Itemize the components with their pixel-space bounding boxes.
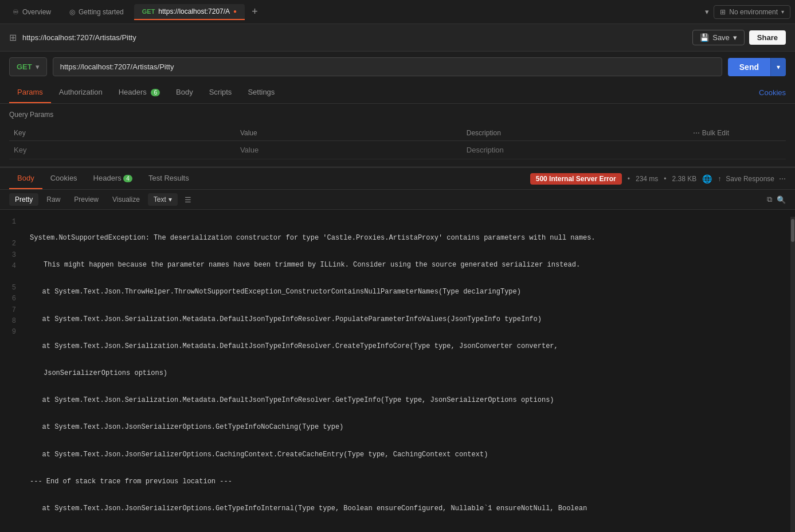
- response-time: 234 ms: [636, 175, 658, 183]
- query-params-title: Query Params: [9, 111, 786, 119]
- response-status-area: 500 Internal Server Error • 234 ms • 2.3…: [530, 173, 786, 185]
- method-dropdown[interactable]: GET ▾: [9, 57, 47, 76]
- tab-getting-started-label: Getting started: [79, 8, 124, 16]
- fmt-tab-preview[interactable]: Preview: [68, 193, 104, 206]
- resp-tab-body[interactable]: Body: [9, 168, 42, 189]
- overview-icon: ♾: [13, 8, 19, 16]
- save-button[interactable]: 💾 Save ▾: [692, 30, 745, 45]
- url-bar-left: ⊞ https://localhost:7207/Artistas/Pitty: [9, 32, 136, 43]
- format-type-label: Text: [154, 195, 166, 204]
- send-btn-group: Send ▾: [728, 58, 786, 76]
- key-input[interactable]: [14, 146, 231, 154]
- save-chevron-icon: ▾: [733, 33, 737, 42]
- description-input[interactable]: [467, 146, 684, 154]
- code-area: 1 2 3 4 5 6 7 8 9 System.NotSupportedExc…: [0, 210, 795, 532]
- response-dot-2: •: [664, 175, 666, 183]
- save-response-icon: ↑: [718, 175, 721, 183]
- add-tab-button[interactable]: +: [247, 6, 263, 18]
- save-icon: 💾: [700, 33, 709, 42]
- url-input[interactable]: [53, 57, 722, 76]
- environment-dropdown[interactable]: ⊞ No environment ▾: [714, 5, 790, 19]
- fmt-tab-pretty[interactable]: Pretty: [9, 193, 38, 206]
- send-dropdown-button[interactable]: ▾: [770, 58, 786, 76]
- copy-icon[interactable]: ⧉: [767, 195, 772, 204]
- search-icon[interactable]: 🔍: [777, 195, 786, 204]
- param-row-empty: [9, 141, 786, 159]
- description-column-header: Description: [462, 126, 688, 141]
- tab-bar: ♾ Overview ◎ Getting started GET https:/…: [0, 0, 795, 24]
- query-params-section: Query Params Key Value Description ⋯ Bul…: [0, 104, 795, 166]
- env-label: No environment: [729, 8, 778, 16]
- response-size: 2.38 KB: [672, 175, 697, 183]
- tab-nav-body[interactable]: Body: [168, 82, 201, 103]
- tab-getting-started[interactable]: ◎ Getting started: [61, 5, 132, 19]
- format-actions: ⧉ 🔍: [767, 195, 786, 204]
- line-numbers: 1 2 3 4 5 6 7 8 9: [0, 217, 23, 532]
- resp-tab-test-results[interactable]: Test Results: [140, 168, 197, 189]
- tab-request-label: https://localhost:7207/A: [158, 7, 230, 15]
- scrollbar[interactable]: [790, 217, 795, 532]
- method-chevron-icon: ▾: [36, 62, 40, 71]
- method-label: GET: [17, 62, 32, 71]
- tab-nav-authorization[interactable]: Authorization: [51, 82, 111, 103]
- tab-nav-scripts[interactable]: Scripts: [201, 82, 240, 103]
- tab-nav-settings[interactable]: Settings: [240, 82, 283, 103]
- tab-overview[interactable]: ♾ Overview: [5, 5, 59, 19]
- more-options-icon[interactable]: ⋯: [779, 175, 786, 183]
- unsaved-dot: ●: [233, 8, 237, 14]
- tab-overview-label: Overview: [22, 8, 51, 16]
- url-bar: ⊞ https://localhost:7207/Artistas/Pitty …: [0, 24, 795, 52]
- tab-method-label: GET: [142, 8, 155, 15]
- share-button[interactable]: Share: [749, 30, 786, 45]
- status-badge: 500 Internal Server Error: [530, 173, 622, 185]
- value-input[interactable]: [240, 146, 457, 154]
- response-area: Body Cookies Headers 4 Test Results 500 …: [0, 167, 795, 532]
- headers-badge: 6: [151, 89, 160, 96]
- request-type-icon: ⊞: [9, 32, 17, 43]
- scrollbar-thumb[interactable]: [791, 219, 794, 242]
- cookies-link[interactable]: Cookies: [759, 88, 786, 97]
- response-tabs-bar: Body Cookies Headers 4 Test Results 500 …: [0, 167, 795, 190]
- request-line: GET ▾ Send ▾: [9, 52, 786, 82]
- response-body-code: System.NotSupportedException: The deseri…: [23, 217, 790, 532]
- fmt-tab-raw[interactable]: Raw: [41, 193, 66, 206]
- env-chevron-icon: ▾: [781, 9, 784, 15]
- tab-nav-params[interactable]: Params: [9, 82, 51, 103]
- tab-request[interactable]: GET https://localhost:7207/A ●: [134, 4, 245, 20]
- value-column-header: Value: [236, 126, 462, 141]
- url-bar-title: https://localhost:7207/Artistas/Pitty: [22, 33, 136, 42]
- send-button[interactable]: Send: [728, 58, 770, 76]
- bulk-edit-icon: ⋯: [693, 129, 700, 137]
- resp-tab-headers[interactable]: Headers 4: [85, 168, 140, 189]
- resp-tab-cookies[interactable]: Cookies: [42, 168, 85, 189]
- globe-icon: 🌐: [702, 174, 712, 183]
- url-bar-right: 💾 Save ▾ Share: [692, 30, 786, 45]
- format-type-dropdown[interactable]: Text ▾: [148, 193, 178, 206]
- save-response-label[interactable]: Save Response: [726, 175, 774, 183]
- fmt-tab-visualize[interactable]: Visualize: [107, 193, 146, 206]
- getting-started-icon: ◎: [69, 8, 75, 16]
- request-tabs-nav: Params Authorization Headers 6 Body Scri…: [0, 82, 795, 104]
- format-tabs: Pretty Raw Preview Visualize Text ▾ ☰ ⧉ …: [0, 190, 795, 210]
- response-dot-1: •: [628, 175, 630, 183]
- params-table: Key Value Description ⋯ Bulk Edit: [9, 126, 786, 159]
- bulk-edit-button[interactable]: ⋯ Bulk Edit: [693, 129, 781, 137]
- key-column-header: Key: [9, 126, 236, 141]
- env-icon: ⊞: [720, 8, 726, 16]
- request-area: GET ▾ Send ▾: [0, 52, 795, 82]
- chevron-down-icon[interactable]: ▾: [705, 7, 709, 16]
- tab-bar-right: ▾ ⊞ No environment ▾: [705, 5, 790, 19]
- format-type-chevron-icon: ▾: [169, 195, 172, 204]
- tab-nav-headers[interactable]: Headers 6: [111, 82, 168, 103]
- response-actions: ↑ Save Response ⋯: [718, 175, 786, 183]
- filter-icon[interactable]: ☰: [185, 195, 191, 204]
